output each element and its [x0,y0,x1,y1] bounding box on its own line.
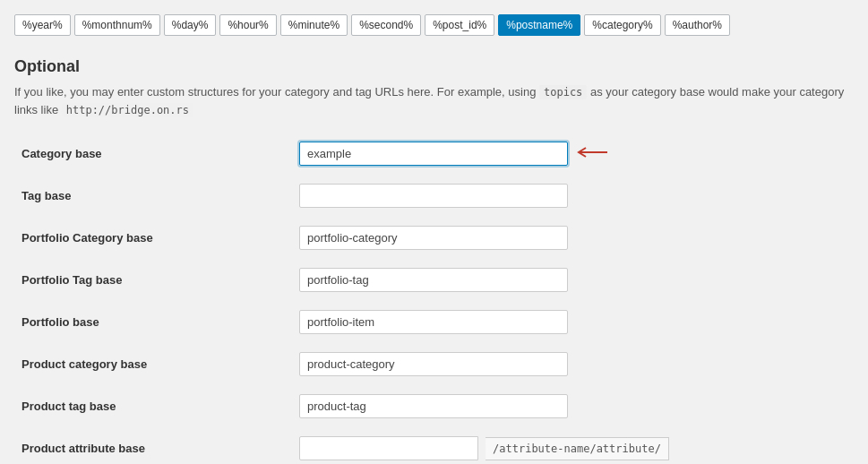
arrow-indicator [575,144,611,163]
input-wrapper-product-attribute-base: /attribute-name/attribute/ [299,436,669,460]
permalink-tag-category[interactable]: %category% [584,14,660,36]
input-wrapper-portfolio-tag-base [299,268,568,292]
section-title: Optional [14,57,854,76]
code-example: topics [539,85,587,99]
field-label-product-attribute-base: Product attribute base [14,427,292,464]
permalink-tag-author[interactable]: %author% [665,14,730,36]
permalink-tags-bar: %year%%monthnum%%day%%hour%%minute%%seco… [14,9,854,41]
field-label-portfolio-tag-base: Portfolio Tag base [14,259,292,301]
field-cell-product-category-base [292,343,854,385]
form-row-product-category-base: Product category base [14,343,854,385]
input-wrapper-portfolio-category-base [299,226,568,250]
input-wrapper-portfolio-base [299,310,568,334]
permalink-tag-monthnum[interactable]: %monthnum% [74,14,160,36]
form-row-category-base: Category base [14,133,854,175]
input-wrapper-product-tag-base [299,394,568,418]
permalink-tag-minute[interactable]: %minute% [280,14,348,36]
options-form-table: Category base Tag basePortfolio Category… [14,133,854,464]
permalink-tag-day[interactable]: %day% [164,14,217,36]
url-example: http://bridge.on.rs [62,103,193,117]
field-cell-product-attribute-base: /attribute-name/attribute/ [292,427,854,464]
field-cell-tag-base [292,175,854,217]
permalink-tag-second[interactable]: %second% [351,14,421,36]
portfolio-tag-base-input[interactable] [299,268,568,292]
input-wrapper-category-base [299,142,611,166]
product-tag-base-input[interactable] [299,394,568,418]
form-row-product-attribute-base: Product attribute base/attribute-name/at… [14,427,854,464]
permalink-tag-year[interactable]: %year% [14,14,71,36]
permalink-tag-hour[interactable]: %hour% [219,14,276,36]
field-cell-portfolio-base [292,301,854,343]
category-base-input[interactable] [299,142,568,166]
suffix-label-product-attribute-base: /attribute-name/attribute/ [486,437,669,460]
input-wrapper-product-category-base [299,352,568,376]
field-label-product-category-base: Product category base [14,343,292,385]
field-label-tag-base: Tag base [14,175,292,217]
form-row-portfolio-category-base: Portfolio Category base [14,217,854,259]
portfolio-base-input[interactable] [299,310,568,334]
portfolio-category-base-input[interactable] [299,226,568,250]
permalink-tag-post_id[interactable]: %post_id% [425,14,494,36]
form-row-portfolio-tag-base: Portfolio Tag base [14,259,854,301]
field-label-product-tag-base: Product tag base [14,385,292,427]
field-cell-portfolio-category-base [292,217,854,259]
input-wrapper-tag-base [299,184,568,208]
form-row-tag-base: Tag base [14,175,854,217]
form-row-portfolio-base: Portfolio base [14,301,854,343]
product-category-base-input[interactable] [299,352,568,376]
form-row-product-tag-base: Product tag base [14,385,854,427]
field-cell-portfolio-tag-base [292,259,854,301]
field-cell-product-tag-base [292,385,854,427]
field-cell-category-base [292,133,854,175]
field-label-portfolio-base: Portfolio base [14,301,292,343]
tag-base-input[interactable] [299,184,568,208]
field-label-portfolio-category-base: Portfolio Category base [14,217,292,259]
product-attribute-base-input[interactable] [299,436,478,460]
permalink-tag-postname[interactable]: %postname% [498,14,580,36]
page-wrapper: %year%%monthnum%%day%%hour%%minute%%seco… [0,0,868,464]
field-label-category-base: Category base [14,133,292,175]
section-description: If you like, you may enter custom struct… [14,83,854,118]
